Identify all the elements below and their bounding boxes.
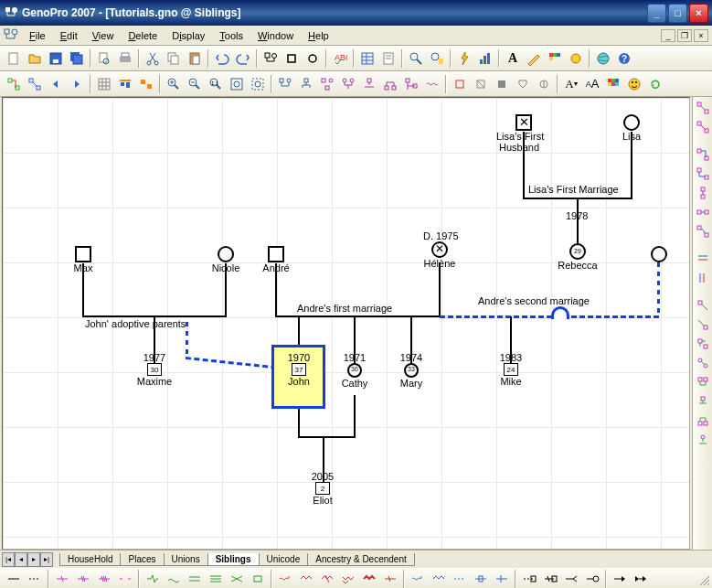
vtool-f[interactable] <box>695 392 711 411</box>
rel-17[interactable] <box>359 569 379 589</box>
genogram-tool6[interactable] <box>380 74 400 94</box>
smiley-button[interactable] <box>624 74 644 94</box>
vtool-6[interactable] <box>695 203 711 221</box>
rel-25[interactable] <box>540 569 560 589</box>
menu-help[interactable]: Help <box>301 28 336 43</box>
help-button[interactable]: ? <box>614 48 634 69</box>
person-andre[interactable]: André <box>260 246 292 273</box>
rel-9[interactable] <box>185 569 205 589</box>
vtool-5[interactable] <box>695 184 711 202</box>
person-nicole[interactable]: Nicole <box>209 246 242 273</box>
display-tool1[interactable] <box>450 74 470 94</box>
person-helene[interactable]: D. 1975Hélène <box>423 230 456 269</box>
rel-7[interactable] <box>143 569 163 589</box>
person-mary[interactable]: 197433Mary <box>393 352 430 389</box>
zoom-in-button[interactable] <box>164 74 184 94</box>
rel-14[interactable] <box>296 569 316 589</box>
rel-1[interactable] <box>4 569 24 589</box>
display-tool5[interactable] <box>534 74 554 94</box>
paste-button[interactable] <box>185 48 205 69</box>
zoom-fit-button[interactable] <box>227 74 247 94</box>
vtool-d[interactable] <box>695 354 711 372</box>
person-cathy[interactable]: 197136Cathy <box>336 352 373 389</box>
vtool-c[interactable] <box>695 335 711 353</box>
new-female-button[interactable] <box>303 48 323 69</box>
save-all-button[interactable] <box>67 48 87 69</box>
person-maxime[interactable]: 197730Maxime <box>134 352 175 387</box>
mdi-restore[interactable]: ❐ <box>677 29 692 42</box>
rel-11[interactable] <box>227 569 247 589</box>
tab-first[interactable]: |◂ <box>2 552 15 567</box>
rel-18[interactable] <box>380 569 400 589</box>
new-male-button[interactable] <box>282 48 302 69</box>
person-max[interactable]: Max <box>67 246 100 273</box>
fontsize-button[interactable]: AA <box>582 74 602 94</box>
vtool-8[interactable] <box>695 250 711 268</box>
tab-household[interactable]: HouseHold <box>59 553 121 566</box>
vtool-4[interactable] <box>695 165 711 183</box>
link-tool2[interactable] <box>25 74 45 94</box>
find-button[interactable] <box>406 48 426 69</box>
color-grid-button[interactable] <box>603 74 623 94</box>
tab-siblings[interactable]: Siblings <box>207 553 260 566</box>
vtool-h[interactable] <box>695 431 711 449</box>
mdi-close[interactable]: × <box>694 29 708 42</box>
rel-15[interactable] <box>317 569 337 589</box>
rel-16[interactable] <box>338 569 358 589</box>
genogram-tool2[interactable] <box>296 74 316 94</box>
cut-button[interactable] <box>143 48 163 69</box>
tab-unicode[interactable]: Unicode <box>259 553 309 566</box>
replace-button[interactable] <box>427 48 447 69</box>
text-label-button[interactable]: A <box>503 48 523 69</box>
person-john[interactable]: 197037John <box>279 352 319 387</box>
resize-grip[interactable] <box>698 574 711 587</box>
rel-26[interactable] <box>561 569 581 589</box>
tab-prev[interactable]: ◂ <box>15 552 27 567</box>
chart-button[interactable] <box>475 48 495 69</box>
report-button[interactable] <box>378 48 399 69</box>
rel-10[interactable] <box>206 569 226 589</box>
rotate-button[interactable] <box>645 74 665 94</box>
rel-3[interactable] <box>52 569 72 589</box>
mdi-minimize[interactable]: _ <box>661 29 675 42</box>
vtool-7[interactable] <box>695 222 711 241</box>
rel-4[interactable] <box>73 569 93 589</box>
rel-5[interactable] <box>94 569 114 589</box>
menu-tools[interactable]: Tools <box>212 28 250 43</box>
rel-27[interactable] <box>582 569 602 589</box>
display-tool3[interactable] <box>492 74 512 94</box>
genogram-tool5[interactable] <box>359 74 379 94</box>
person-lisas-husband[interactable]: Lisa's FirstHusband <box>505 114 542 153</box>
rel-8[interactable] <box>164 569 184 589</box>
vtool-a[interactable] <box>695 296 711 315</box>
person-lisa2[interactable] <box>643 246 675 262</box>
tab-places[interactable]: Places <box>120 553 164 566</box>
vtool-9[interactable] <box>695 269 711 287</box>
person-mike[interactable]: 198324Mike <box>493 352 529 387</box>
rel-13[interactable] <box>275 569 295 589</box>
vtool-2[interactable] <box>695 118 711 136</box>
vtool-1[interactable] <box>695 99 711 117</box>
rel-29[interactable] <box>631 569 651 589</box>
draw-button[interactable] <box>524 48 544 69</box>
link-tool1[interactable] <box>4 74 24 94</box>
family-wizard-button[interactable] <box>260 48 281 69</box>
menu-window[interactable]: Window <box>250 28 301 43</box>
print-button[interactable] <box>115 48 135 69</box>
nav-right[interactable] <box>67 74 87 94</box>
person-rebecca[interactable]: 29Rebecca <box>555 243 600 271</box>
font-button[interactable]: A▾ <box>561 74 581 94</box>
menu-view[interactable]: View <box>85 28 122 43</box>
palette-button[interactable] <box>545 48 565 69</box>
rel-20[interactable] <box>429 569 449 589</box>
tab-unions[interactable]: Unions <box>164 553 208 566</box>
tab-last[interactable]: ▸| <box>40 552 53 567</box>
vtool-g[interactable] <box>695 412 711 430</box>
redo-button[interactable] <box>233 48 253 69</box>
menu-delete[interactable]: Delete <box>121 28 165 43</box>
marker-button[interactable] <box>566 48 586 69</box>
rel-23[interactable] <box>492 569 512 589</box>
open-button[interactable] <box>25 48 45 69</box>
vtool-e[interactable] <box>695 373 711 391</box>
zoom-out-button[interactable] <box>185 74 205 94</box>
